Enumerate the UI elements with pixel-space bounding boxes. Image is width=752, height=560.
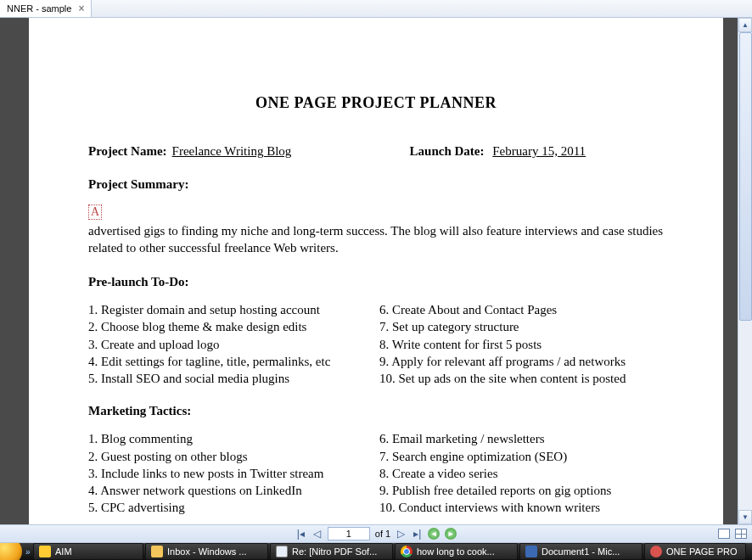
page-number-input[interactable]: 1 xyxy=(328,527,370,540)
quicklaunch-chevron-icon[interactable]: » xyxy=(22,547,32,557)
vertical-scrollbar[interactable]: ▲ ▼ xyxy=(738,18,752,524)
marketing-heading: Marketing Tactics: xyxy=(88,404,664,418)
nav-back-icon[interactable]: ◄ xyxy=(428,528,440,540)
taskbar-item[interactable]: Document1 - Mic... xyxy=(519,543,643,560)
project-meta-row: Project Name: Freelance Writing Blog Lau… xyxy=(88,144,664,159)
list-item: 8. Create a video series xyxy=(379,465,664,482)
start-button[interactable] xyxy=(0,543,22,560)
list-item: 7. Search engine optimization (SEO) xyxy=(379,448,664,465)
page-total-label: of 1 xyxy=(375,529,390,539)
nitro-icon xyxy=(276,546,288,557)
list-item: 9. Apply for relevant aff programs / ad … xyxy=(379,353,664,370)
taskbar-item[interactable]: how long to cook... xyxy=(395,543,518,560)
list-item: 8. Write content for first 5 posts xyxy=(379,336,664,353)
summary-text: advertised gigs to finding my niche and … xyxy=(88,223,664,256)
tab-title: NNER - sample xyxy=(7,3,71,14)
next-page-icon[interactable]: ▷ xyxy=(396,528,407,540)
launch-date-label: Launch Date: xyxy=(410,144,485,159)
marketing-list: 1. Blog commenting 2. Guest posting on o… xyxy=(88,430,664,516)
taskbar-item[interactable]: Re: [Nitro PDF Sof... xyxy=(270,543,393,560)
single-page-view-icon[interactable] xyxy=(718,529,730,539)
multi-page-view-icon[interactable] xyxy=(735,529,747,539)
prelaunch-heading: Pre-launch To-Do: xyxy=(88,275,664,289)
list-item: 5. Install SEO and social media plugins xyxy=(88,370,373,387)
list-item: 2. Guest posting on other blogs xyxy=(88,448,373,465)
list-item: 6. Email marketing / newsletters xyxy=(379,430,664,447)
list-item: 1. Register domain and setup hosting acc… xyxy=(88,301,373,318)
document-viewer: ONE PAGE PROJECT PLANNER Project Name: F… xyxy=(0,18,752,524)
list-item: 6. Create About and Contact Pages xyxy=(379,301,664,318)
nav-forward-icon[interactable]: ► xyxy=(445,528,457,540)
chrome-icon xyxy=(401,546,412,557)
taskbar-item-label: Document1 - Mic... xyxy=(542,546,620,557)
aim-icon xyxy=(39,546,51,557)
taskbar-item-label: AIM xyxy=(55,546,72,557)
list-item: 3. Include links to new posts in Twitter… xyxy=(88,465,373,482)
list-item: 3. Create and upload logo xyxy=(88,336,373,353)
project-name-value: Freelance Writing Blog xyxy=(172,144,381,159)
prev-page-icon[interactable]: ◁ xyxy=(311,528,323,540)
taskbar-item-label: Re: [Nitro PDF Sof... xyxy=(292,546,377,557)
page-title: ONE PAGE PROJECT PLANNER xyxy=(88,94,664,112)
project-name-label: Project Name: xyxy=(88,144,167,159)
close-icon[interactable]: × xyxy=(78,3,84,14)
scroll-down-button[interactable]: ▼ xyxy=(738,510,752,524)
page-nav-bar: |◂ ◁ 1 of 1 ▷ ▸| ◄ ► xyxy=(0,524,752,543)
list-item: 1. Blog commenting xyxy=(88,430,373,447)
list-item: 7. Set up category structure xyxy=(379,318,664,335)
taskbar-item[interactable]: ONE PAGE PRO xyxy=(644,543,746,560)
last-page-icon[interactable]: ▸| xyxy=(412,528,423,540)
scroll-thumb[interactable] xyxy=(739,32,752,321)
list-item: 5. CPC advertising xyxy=(88,499,373,516)
word-icon xyxy=(525,546,537,557)
nitro-app-icon xyxy=(650,546,662,557)
list-item: 10. Set up ads on the site when content … xyxy=(379,370,664,387)
taskbar-item-label: ONE PAGE PRO xyxy=(666,546,738,557)
taskbar-item-label: Inbox - Windows ... xyxy=(167,546,247,557)
tab-bar: NNER - sample × xyxy=(0,0,752,18)
taskbar-item[interactable]: AIM xyxy=(33,543,143,560)
list-item: 4. Answer network questions on LinkedIn xyxy=(88,482,373,499)
taskbar-item-label: how long to cook... xyxy=(417,546,495,557)
summary-heading: Project Summary: xyxy=(88,177,664,192)
windows-taskbar: » AIM Inbox - Windows ... Re: [Nitro PDF… xyxy=(0,543,752,560)
list-item: 10. Conduct interviews with known writer… xyxy=(379,499,664,516)
anchor-marker: A xyxy=(88,204,102,220)
scroll-up-button[interactable]: ▲ xyxy=(738,18,752,32)
list-item: 9. Publish free detailed reports on gig … xyxy=(379,482,664,499)
taskbar-item[interactable]: Inbox - Windows ... xyxy=(145,543,268,560)
launch-date-value: February 15, 2011 xyxy=(492,144,586,159)
mail-icon xyxy=(151,546,163,557)
document-page: ONE PAGE PROJECT PLANNER Project Name: F… xyxy=(29,18,723,524)
first-page-icon[interactable]: |◂ xyxy=(295,528,306,540)
list-item: 2. Choose blog theme & make design edits xyxy=(88,318,373,335)
list-item: 4. Edit settings for tagline, title, per… xyxy=(88,353,373,370)
prelaunch-list: 1. Register domain and setup hosting acc… xyxy=(88,301,664,387)
document-tab[interactable]: NNER - sample × xyxy=(0,0,92,17)
